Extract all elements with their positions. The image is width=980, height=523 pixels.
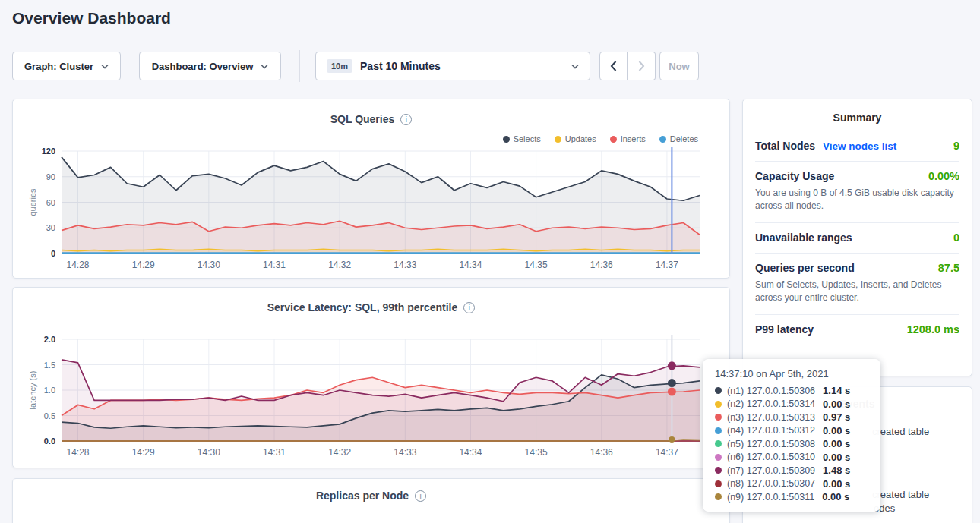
summary-row-queries-per-second: Queries per second 87.5 Sum of Selects, … [755,254,959,315]
service-latency-card: Service Latency: SQL, 99th percentile i … [12,287,730,468]
tooltip-row-n6: (n6) 127.0.0.1:503100.00 s [715,451,868,465]
time-range-badge: 10m [327,59,352,73]
time-range-dropdown[interactable]: 10m Past 10 Minutes [315,52,590,80]
tooltip-row-n9: (n9) 127.0.0.1:503110.00 s [715,490,868,504]
time-prev-button[interactable] [599,52,628,80]
tooltip-row-n5: (n5) 127.0.0.1:503080.00 s [715,437,868,451]
node-dot-icon [715,401,722,408]
time-range-label: Past 10 Minutes [360,60,441,72]
tooltip-row-n2: (n2) 127.0.0.1:503140.00 s [715,398,868,411]
node-dot-icon [715,493,722,500]
svg-text:14:33: 14:33 [394,447,416,458]
svg-text:14:28: 14:28 [67,447,90,458]
info-icon[interactable]: i [415,490,426,502]
event-row[interactable]: created table [872,489,929,500]
chart-hover-tooltip: 14:37:10 on Apr 5th, 2021 (n1) 127.0.0.1… [703,359,880,512]
dashboard-dropdown-label: Dashboard: Overview [152,61,254,72]
svg-text:14:36: 14:36 [590,447,613,458]
tooltip-row-n1: (n1) 127.0.0.1:503061.14 s [715,384,868,398]
svg-text:120: 120 [42,147,55,156]
now-button[interactable]: Now [659,52,699,80]
svg-text:14:30: 14:30 [198,260,220,270]
tooltip-row-n4: (n4) 127.0.0.1:503120.00 s [715,424,868,438]
graph-dropdown[interactable]: Graph: Cluster [12,52,121,80]
svg-text:0: 0 [51,249,55,258]
tooltip-row-n7: (n7) 127.0.0.1:503091.48 s [715,464,868,477]
svg-text:14:31: 14:31 [263,260,286,270]
svg-text:14:37: 14:37 [656,447,678,458]
svg-text:latency (s): latency (s) [28,371,37,410]
graph-dropdown-label: Graph: Cluster [24,61,93,72]
view-nodes-list-link[interactable]: View nodes list [823,140,896,152]
svg-text:0.5: 0.5 [44,411,55,421]
node-dot-icon [715,440,722,447]
toolbar-divider [299,50,300,82]
time-next-button[interactable] [628,52,656,80]
total-nodes-value: 9 [953,140,959,152]
svg-text:14:32: 14:32 [328,260,351,270]
replicas-per-node-title: Replicas per Node i [13,490,729,502]
node-dot-icon [715,467,722,474]
dashboard-dropdown[interactable]: Dashboard: Overview [139,52,281,80]
chevron-down-icon [571,64,579,69]
p99-latency-value: 1208.0 ms [907,323,959,336]
svg-text:60: 60 [46,198,55,207]
svg-text:14:32: 14:32 [328,447,351,458]
svg-text:14:33: 14:33 [394,260,416,270]
summary-row-p99-latency: P99 latency 1208.0 ms [755,315,959,345]
svg-text:14:35: 14:35 [525,260,548,270]
svg-text:14:30: 14:30 [198,447,220,458]
svg-text:14:36: 14:36 [590,260,613,270]
summary-panel: Summary Total Nodes View nodes list 9 Ca… [742,99,972,376]
summary-row-capacity-usage: Capacity Usage 0.00% You are using 0 B o… [755,162,959,223]
svg-text:14:29: 14:29 [132,447,155,458]
tooltip-row-n8: (n8) 127.0.0.1:503070.00 s [715,477,868,491]
capacity-usage-desc: You are using 0 B of 4.5 GiB usable disk… [755,187,959,213]
sql-queries-chart[interactable]: 14:2814:2914:3014:3114:3214:3314:3414:35… [13,99,731,279]
svg-text:queries: queries [28,188,37,216]
svg-text:14:37: 14:37 [656,260,678,270]
svg-text:14:35: 14:35 [525,447,548,458]
event-row[interactable]: created table [872,426,929,437]
tooltip-timestamp: 14:37:10 on Apr 5th, 2021 [715,368,868,380]
summary-row-unavailable-ranges: Unavailable ranges 0 [755,223,959,254]
node-dot-icon [715,414,722,421]
svg-text:30: 30 [46,223,55,232]
tooltip-row-n3: (n3) 127.0.0.1:503130.97 s [715,411,868,424]
node-dot-icon [715,427,722,434]
svg-text:14:34: 14:34 [459,447,482,458]
time-step-buttons [599,52,656,80]
svg-text:90: 90 [46,172,55,181]
sql-queries-card: SQL Queries i Selects Updates Inserts De… [12,99,730,279]
summary-title: Summary [755,99,959,131]
summary-row-total-nodes: Total Nodes View nodes list 9 [755,131,959,162]
unavailable-ranges-value: 0 [953,232,959,244]
page-title: Overview Dashboard [12,9,171,27]
svg-text:1.5: 1.5 [44,361,55,370]
chevron-down-icon [261,64,268,69]
svg-text:14:28: 14:28 [67,260,90,270]
svg-text:2.0: 2.0 [44,335,55,344]
queries-per-second-value: 87.5 [938,262,959,274]
chevron-down-icon [101,64,109,69]
svg-text:14:31: 14:31 [263,447,286,458]
svg-text:1.0: 1.0 [44,386,55,395]
node-dot-icon [715,387,722,394]
svg-text:14:34: 14:34 [459,260,482,270]
replicas-per-node-card: Replicas per Node i [12,478,730,523]
node-dot-icon [715,454,722,461]
node-dot-icon [715,480,722,487]
service-latency-chart[interactable]: 14:2814:2914:3014:3114:3214:3314:3414:35… [13,288,731,469]
svg-text:14:29: 14:29 [132,260,155,270]
svg-text:0.0: 0.0 [44,436,55,446]
queries-per-second-desc: Sum of Selects, Updates, Inserts, and De… [755,279,959,305]
capacity-usage-value: 0.00% [928,170,959,182]
